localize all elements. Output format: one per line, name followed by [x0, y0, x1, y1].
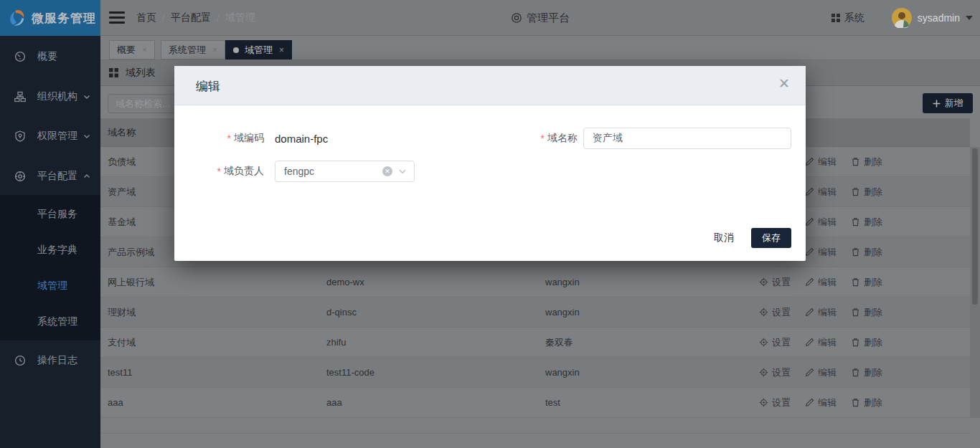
cell-domain-code: demo-wx — [326, 267, 534, 297]
logo-flame-icon — [6, 7, 27, 29]
dialog-header: 编辑 ✕ — [174, 66, 806, 105]
app-logo: 微服务管理 — [0, 0, 100, 36]
cell-domain-name: 网上银行域 — [108, 267, 316, 297]
table-row[interactable]: 网上银行域 demo-wx wangxin 设置 编辑 删除 — [100, 267, 970, 297]
grid-icon — [831, 14, 840, 22]
sidebar-item-organization[interactable]: 组织机构 — [0, 82, 100, 111]
sidebar-subitem-system-management[interactable]: 系统管理 — [0, 308, 100, 336]
dialog-title: 编辑 — [196, 78, 220, 95]
tab-overview[interactable]: 概要 × — [109, 40, 155, 59]
table-empty-row — [100, 418, 970, 434]
dashboard-icon — [14, 51, 26, 62]
sidebar: 微服务管理 概要 组织机构 — [0, 0, 100, 448]
close-icon[interactable]: × — [279, 45, 284, 55]
action-delete[interactable]: 删除 — [851, 276, 882, 289]
tab-strip: 概要 × 系统管理 × 域管理 × — [100, 36, 980, 60]
cell-domain-name: 理财域 — [108, 297, 316, 327]
avatar — [892, 8, 912, 28]
action-delete[interactable]: 删除 — [851, 336, 882, 349]
action-settings[interactable]: 设置 — [759, 366, 791, 379]
action-edit[interactable]: 编辑 — [805, 156, 837, 168]
chevron-up-icon — [83, 173, 90, 180]
cancel-button[interactable]: 取消 — [714, 232, 734, 244]
close-icon[interactable]: × — [142, 45, 147, 55]
cell-domain-code: d-qinsc — [326, 297, 534, 327]
tab-system-management[interactable]: 系统管理 × — [161, 40, 225, 59]
topbar: 首页 / 平台配置 / 域管理 管理平台 系统 — [100, 0, 980, 36]
add-button[interactable]: 新增 — [923, 93, 973, 113]
sidebar-item-overview[interactable]: 概要 — [0, 42, 100, 71]
sidebar-subitem-business-dictionary[interactable]: 业务字典 — [0, 236, 100, 264]
tab-domain-management[interactable]: 域管理 × — [225, 40, 292, 59]
username: sysadmin — [918, 12, 960, 24]
chevron-down-icon — [83, 133, 90, 140]
user-menu[interactable]: sysadmin — [892, 8, 973, 28]
action-edit[interactable]: 编辑 — [805, 276, 837, 289]
action-delete[interactable]: 删除 — [851, 216, 882, 229]
chevron-down-icon — [398, 167, 407, 176]
domain-name-input[interactable] — [583, 128, 791, 149]
app-root: 微服务管理 概要 组织机构 — [0, 0, 980, 448]
org-icon — [14, 91, 26, 103]
action-edit[interactable]: 编辑 — [805, 336, 837, 349]
cell-domain-owner: wangxin — [545, 358, 753, 387]
caret-down-icon — [966, 16, 973, 20]
close-icon[interactable]: × — [212, 45, 217, 55]
cell-domain-code: test11-code — [326, 358, 534, 387]
sidebar-item-permissions[interactable]: 权限管理 — [0, 122, 100, 151]
action-edit[interactable]: 编辑 — [805, 366, 837, 379]
action-edit[interactable]: 编辑 — [805, 186, 837, 199]
grid-icon — [109, 68, 118, 77]
action-edit[interactable]: 编辑 — [805, 396, 837, 409]
table-row[interactable]: 理财域 d-qinsc wangxin 设置 编辑 删除 — [100, 297, 970, 328]
system-menu[interactable]: 系统 — [831, 11, 864, 24]
domain-code-label: * 域编码 — [174, 128, 264, 149]
action-delete[interactable]: 删除 — [851, 306, 882, 319]
cell-domain-code: aaa — [326, 388, 534, 417]
app-title: 微服务管理 — [32, 10, 96, 27]
log-icon — [14, 355, 26, 366]
table-row[interactable]: test11 test11-code wangxin 设置 编辑 — [100, 358, 970, 388]
sidebar-item-platform-config[interactable]: 平台配置 — [0, 162, 100, 191]
table-row[interactable]: aaa aaa test 设置 编辑 删除 — [100, 388, 970, 418]
clear-icon[interactable]: ✕ — [382, 166, 392, 176]
cell-domain-code: zhifu — [326, 328, 534, 357]
sidebar-subitem-platform-services[interactable]: 平台服务 — [0, 200, 100, 229]
domain-owner-select[interactable]: fengpc ✕ — [275, 161, 415, 182]
save-button[interactable]: 保存 — [751, 228, 791, 248]
action-delete[interactable]: 删除 — [851, 396, 882, 409]
gear-icon — [14, 171, 26, 182]
sidebar-subitem-domain-management[interactable]: 域管理 — [0, 272, 100, 300]
action-delete[interactable]: 删除 — [851, 186, 882, 199]
cell-domain-name: aaa — [108, 388, 316, 417]
cell-domain-owner: wangxin — [545, 267, 753, 297]
chevron-down-icon — [83, 93, 90, 100]
cell-domain-owner: 秦双春 — [545, 328, 753, 357]
scrollbar-thumb[interactable] — [972, 148, 978, 305]
platform-config-submenu: 平台服务 业务字典 域管理 系统管理 — [0, 195, 100, 340]
edit-dialog: 编辑 ✕ * 域编码 domain-fpc * 域名称 * 域负责人 fengp… — [174, 66, 806, 261]
section-title: 域列表 — [126, 67, 156, 80]
action-delete[interactable]: 删除 — [851, 246, 882, 259]
action-settings[interactable]: 设置 — [759, 336, 791, 349]
action-settings[interactable]: 设置 — [759, 306, 791, 319]
action-edit[interactable]: 编辑 — [805, 246, 837, 259]
domain-code-value: domain-fpc — [275, 128, 328, 149]
eye-icon — [511, 12, 522, 24]
owner-selected-value: fengpc — [284, 166, 382, 177]
table-row[interactable]: 支付域 zhifu 秦双春 设置 编辑 删除 — [100, 328, 970, 358]
cell-domain-owner: wangxin — [545, 297, 753, 327]
action-edit[interactable]: 编辑 — [805, 216, 837, 229]
domain-name-label: * 域名称 — [488, 128, 578, 149]
cell-domain-name: test11 — [108, 358, 316, 387]
action-edit[interactable]: 编辑 — [805, 306, 837, 319]
shield-icon — [14, 130, 26, 142]
action-delete[interactable]: 删除 — [851, 156, 882, 168]
action-settings[interactable]: 设置 — [759, 396, 791, 409]
cell-domain-owner: test — [545, 388, 753, 417]
action-settings[interactable]: 设置 — [759, 276, 791, 289]
plus-icon — [933, 100, 941, 108]
dialog-close-icon[interactable]: ✕ — [778, 77, 790, 90]
sidebar-item-operation-log[interactable]: 操作日志 — [0, 346, 100, 375]
action-delete[interactable]: 删除 — [851, 366, 882, 379]
